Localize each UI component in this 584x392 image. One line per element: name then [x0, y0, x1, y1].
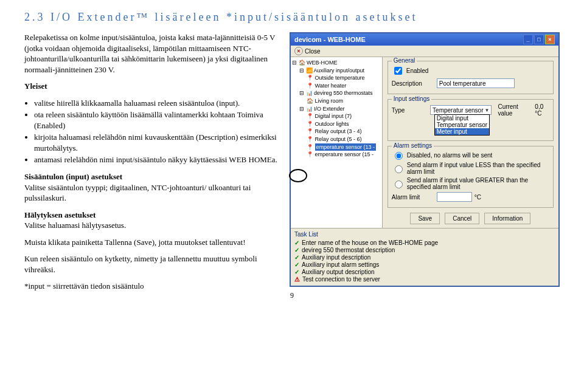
check-icon: ✓ [294, 247, 299, 253]
task-list: Task List ✓Enter name of the house on th… [291, 228, 558, 286]
tree-item[interactable]: ⊟ 📊 I/O Extender [292, 105, 381, 113]
tree-item[interactable]: ⊟ 📊 devireg 550 thermostats [292, 89, 381, 97]
window-title: devicom - WEB-HOME [294, 36, 366, 43]
type-dropdown[interactable]: Digital input Temperatur sensor Meter in… [434, 114, 490, 136]
task-item: ✓Enter name of the house on the WEB-HOME… [294, 239, 555, 246]
alarm-settings-body: Valitse haluamasi hälytysasetus. [24, 221, 126, 230]
close-window-button[interactable]: × [545, 35, 555, 44]
tree-view[interactable]: ⊟ 🏠 WEB-HOME ⊟ 📶 Auxiliary input/output … [291, 57, 383, 228]
task-item: ✓devireg 550 thermostat description [294, 247, 555, 253]
save-note: Muista klikata painiketta Tallenna (Save… [24, 237, 277, 248]
title-bar: devicom - WEB-HOME _ □ × [291, 33, 558, 46]
save-button[interactable]: Save [410, 213, 440, 224]
check-icon: ✓ [294, 254, 299, 261]
tree-item[interactable]: ⊟ 📶 Auxiliary input/output [292, 67, 381, 75]
enabled-checkbox[interactable] [394, 67, 402, 75]
task-item: ✓Auxiliary input alarm settings [294, 261, 555, 268]
toolbar: × Close [291, 46, 558, 57]
alarm-limit-label: Alarm limit [392, 194, 434, 201]
alarm-opt2: Send alarm if input value LESS than the … [407, 162, 549, 175]
general-legend: General [392, 57, 417, 64]
task-item: ✓Auxiliary output description [294, 269, 555, 275]
task-item: ⚠Test connection to the server [294, 276, 555, 283]
tree-item[interactable]: 🏠 Living room [292, 97, 381, 105]
enabled-label: Enabled [406, 67, 429, 74]
tree-item[interactable]: 📍 Outdoor lights [292, 120, 381, 128]
close-toolbar-button[interactable]: × Close [294, 47, 321, 55]
dropdown-option[interactable]: Temperatur sensor [435, 122, 489, 128]
chevron-down-icon: ▼ [484, 108, 489, 113]
general-bullet-list: valitse hiirellä klikkaamalla haluamasi … [24, 98, 277, 165]
tree-item[interactable]: 📍 Relay output (3 - 4) [292, 128, 381, 136]
left-column: Relepaketissa on kolme input/sisääntuloa… [24, 32, 277, 298]
yleiset-heading: Yleiset [24, 81, 277, 92]
alarm-settings-group: Alarm settings Disabled, no alarms will … [388, 146, 554, 208]
input-settings-block: Sisääntulon (input) asetukset Valitse si… [24, 171, 277, 204]
cancel-button[interactable]: Cancel [445, 213, 479, 224]
alarm-settings-block: Hälytyksen asetukset Valitse haluamasi h… [24, 210, 277, 231]
check-icon: ✓ [294, 239, 299, 246]
type-select[interactable]: Temperatur sensor▼ [430, 105, 492, 115]
tree-item[interactable]: 📍 emperature sensor (15 - [292, 151, 381, 159]
tree-item-selected[interactable]: 📍 emperature sensor (13 - [292, 143, 381, 151]
annotation-circle [289, 169, 307, 182]
dropdown-option-selected[interactable]: Meter input [435, 128, 489, 135]
alarm-less-radio[interactable] [395, 165, 403, 173]
tree-root[interactable]: ⊟ 🏠 WEB-HOME [292, 59, 381, 67]
description-label: Description [392, 80, 434, 87]
page-number: 9 [290, 291, 294, 300]
section-title: 2.3 I/O Extender™ lisäreleen *input/sisä… [24, 11, 560, 24]
description-input[interactable]: Pool temperature [437, 78, 515, 88]
input-settings-title: Sisääntulon (input) asetukset [24, 172, 122, 181]
input-settings-group: Input settings Type Temperatur sensor▼ C… [388, 99, 554, 141]
general-group: General Enabled DescriptionPool temperat… [388, 61, 554, 94]
close-icon: × [294, 47, 303, 55]
alarm-greater-radio[interactable] [395, 181, 403, 188]
minimize-button[interactable]: _ [523, 35, 533, 44]
right-column: devicom - WEB-HOME _ □ × × Close ⊟ 🏠 [290, 32, 560, 298]
alarm-opt3: Send alarm if input value GREATER than t… [407, 177, 549, 190]
warn-icon: ⚠ [294, 276, 300, 283]
close-label: Close [305, 48, 321, 55]
intro-paragraph: Relepaketissa on kolme input/sisääntuloa… [24, 32, 277, 75]
dropdown-option[interactable]: Digital input [435, 115, 489, 122]
current-value: 0,0 °C [535, 103, 549, 117]
input-settings-body: Valitse sisääntulon tyyppi; digitaalinen… [24, 183, 251, 203]
alarm-opt1: Disabled, no alarms will be sent [407, 152, 493, 159]
tree-item[interactable]: 📍 Outside temperature [292, 74, 381, 82]
input-legend: Input settings [392, 95, 431, 102]
alarm-disabled-radio[interactable] [395, 152, 403, 160]
footnote: *input = siirrettävän tiedon sisääntulo [24, 281, 277, 292]
type-label: Type [392, 107, 428, 114]
symbol-note: Kun releen sisääntulo on kytketty, nimet… [24, 253, 277, 275]
check-icon: ✓ [294, 269, 299, 275]
dialog-window: devicom - WEB-HOME _ □ × × Close ⊟ 🏠 [290, 32, 560, 287]
bullet-item: valitse hiirellä klikkaamalla haluamasi … [34, 98, 277, 109]
button-row: Save Cancel Information [388, 213, 554, 224]
bullet-item: antamasi relelähdön nimi input/sisääntul… [34, 154, 277, 165]
maximize-button[interactable]: □ [534, 35, 544, 44]
alarm-settings-title: Hälytyksen asetukset [24, 210, 96, 219]
tree-item[interactable]: 📍 Relay output (5 - 6) [292, 136, 381, 143]
task-item: ✓Auxiliary input description [294, 254, 555, 261]
settings-panel: General Enabled DescriptionPool temperat… [383, 57, 558, 228]
alarm-limit-input[interactable] [437, 192, 472, 202]
tree-item[interactable]: 📍 Water heater [292, 82, 381, 90]
task-list-title: Task List [294, 231, 555, 238]
bullet-item: ota releen sisääntulo käyttöön lisäämäll… [34, 109, 277, 131]
bullet-item: kirjoita haluamasi relelähdön nimi kuvau… [34, 132, 277, 153]
info-button[interactable]: Information [484, 213, 530, 224]
check-icon: ✓ [294, 261, 299, 268]
alarm-limit-unit: °C [474, 194, 481, 201]
alarm-legend: Alarm settings [392, 142, 434, 149]
current-value-label: Current value [498, 103, 529, 117]
tree-item[interactable]: 📍 Digital input (7) [292, 112, 381, 120]
